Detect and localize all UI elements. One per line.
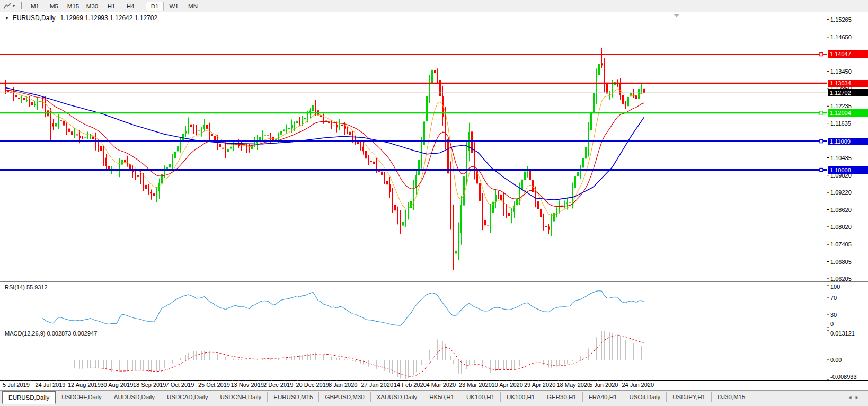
rsi-line [43,291,644,326]
toolbar-grip[interactable] [19,2,22,10]
tab-scroll-arrows: ◂▸ [848,394,863,401]
price-axis-tick: 1.14650 [830,33,867,41]
price-axis-tick: 1.07405 [830,241,867,248]
line-handle[interactable] [820,52,823,56]
date-axis-label: 18 Sep 2019 [133,382,166,388]
rsi-axis-tick: 70 [830,294,867,302]
ma-slow-line [6,88,644,200]
tab-uk100-h1[interactable]: UK100,H1 [460,392,501,402]
date-axis-label: 5 Jul 2019 [3,382,30,388]
pane-divider[interactable] [0,329,868,329]
tab-usdjpy-h1[interactable]: USDJPY,H1 [667,392,712,402]
line-handle[interactable] [820,169,823,172]
date-axis-label: 12 Aug 2019 [68,382,101,388]
tab-usdchf-daily[interactable]: USDCHF,Daily [56,392,108,402]
price-axis-tick: 1.10435 [830,154,867,162]
price-axis-line [827,13,827,380]
candles-group [5,28,645,270]
rsi-label: RSI(14) 55.9312 [5,284,48,290]
pane-divider[interactable] [0,283,868,283]
timeframe-toolbar: ▾ M1M5M15M30H1H4D1W1MN [0,0,868,12]
tab-usoil-daily[interactable]: USOil,Daily [623,392,667,402]
tab-ger30-h1[interactable]: GER30,H1 [541,392,583,402]
toolbar-dropdown-caret-icon[interactable]: ▾ [13,4,15,8]
price-line-tag: 1.10008 [828,166,868,174]
tab-uk100-h1[interactable]: UK100,H1 [501,392,541,402]
date-axis-label: 25 Oct 2019 [198,382,230,388]
rsi-axis-tick: 100 [830,283,867,290]
tab-scroll-left-icon[interactable]: ◂ [848,394,856,400]
tab-eurusd-daily[interactable]: EURUSD,Daily [2,391,56,404]
date-axis-label: 20 Dec 2019 [296,382,329,388]
timeframe-button-m15[interactable]: M15 [64,2,82,11]
price-axis-tick: 1.08020 [830,223,867,231]
tab-usdcnh-daily[interactable]: USDCNH,Daily [214,392,268,402]
chart-symbol-period: EURUSD,Daily [13,14,56,22]
date-axis-label: 7 Oct 2019 [166,382,194,388]
date-axis-label: 10 Apr 2020 [492,382,523,388]
date-axis-label: 4 Mar 2020 [427,382,456,388]
rsi-axis-tick: 30 [830,311,867,319]
time-axis-line [0,380,868,381]
date-axis-label: 30 Aug 2019 [101,382,134,388]
price-axis-tick: 1.08620 [830,206,867,214]
pane-divider[interactable] [0,328,868,328]
line-handle[interactable] [820,111,823,114]
macd-signal-line [91,336,644,376]
tab-gbpusd-m30[interactable]: GBPUSD,M30 [319,392,370,402]
tab-fra40-h1[interactable]: FRA40,H1 [583,392,624,402]
chart-shift-marker-icon[interactable] [674,14,680,17]
macd-axis-tick: -0.008933 [830,373,867,381]
chart-plot-area[interactable] [0,12,868,381]
timeframe-buttons: M1M5M15M30H1H4D1W1MN [25,1,208,11]
price-line-tag: 1.11009 [828,138,868,145]
timeframe-button-w1[interactable]: W1 [165,2,183,11]
timeframe-button-m1[interactable]: M1 [26,2,44,11]
date-axis-label: 8 Jan 2020 [329,382,357,388]
timeframe-button-h4[interactable]: H4 [121,2,139,11]
chart-window: ▼ EURUSD,Daily 1.12969 1.12993 1.12642 1… [0,12,868,390]
date-axis-label: 18 May 2020 [557,382,591,388]
chart-tab-bar: EURUSD,DailyUSDCHF,DailyAUDUSD,DailyUSDC… [0,390,868,406]
date-axis-label: 2 Dec 2019 [263,382,293,388]
price-line-tag: 1.12004 [828,109,868,117]
chart-tabs: EURUSD,DailyUSDCHF,DailyAUDUSD,DailyUSDC… [2,391,751,404]
macd-axis-tick: 0.00 [830,356,867,364]
date-axis-label: 23 Mar 2020 [459,382,492,388]
timeframe-button-h1[interactable]: H1 [102,2,120,11]
line-handle[interactable] [820,140,823,143]
mt4-terminal: ▾ M1M5M15M30H1H4D1W1MN ▼ EURUSD,Daily 1.… [0,0,868,406]
timeframe-button-m5[interactable]: M5 [45,2,63,11]
date-axis-label: 14 Feb 2020 [394,382,427,388]
chart-collapse-icon[interactable]: ▼ [5,16,9,21]
price-line-tag: 1.13034 [828,80,868,87]
tab-scroll-right-icon[interactable]: ▸ [855,394,863,400]
chart-title: ▼ EURUSD,Daily 1.12969 1.12993 1.12642 1… [5,14,157,22]
macd-axis-tick: 0.013121 [830,330,867,337]
rsi-axis-tick: 0 [830,320,867,328]
price-axis-tick: 1.06805 [830,258,867,266]
price-axis-tick: 1.09220 [830,189,867,196]
tab-eurusd-m15[interactable]: EURUSD,M15 [268,392,319,402]
price-axis-tick: 1.06205 [830,275,867,283]
macd-label: MACD(12,26,9) 0.002873 0.002947 [5,330,97,337]
date-axis-label: 24 Jun 2020 [622,382,654,388]
price-axis-tick: 1.11635 [830,120,867,127]
macd-histogram [74,331,644,379]
timeframe-button-m30[interactable]: M30 [83,2,101,11]
date-axis-label: 5 Jun 2020 [589,382,618,388]
tab-dj30-m15[interactable]: DJ30,M15 [712,392,751,402]
price-axis-tick: 1.15265 [830,16,867,23]
pane-divider[interactable] [0,281,868,282]
current-price-tag: 1.12702 [828,89,868,96]
tab-audusd-daily[interactable]: AUDUSD,Daily [108,392,161,402]
timeframe-button-mn[interactable]: MN [184,2,202,11]
price-axis-tick: 1.13450 [830,68,867,75]
tab-hk50-h1[interactable]: HK50,H1 [423,392,460,402]
date-axis-label: 29 Apr 2020 [524,382,555,388]
price-line-tag: 1.14047 [828,50,868,58]
draw-tool-icon[interactable] [3,1,12,11]
timeframe-button-d1[interactable]: D1 [146,2,164,11]
tab-xauusd-daily[interactable]: XAUUSD,Daily [371,392,424,402]
tab-usdcad-daily[interactable]: USDCAD,Daily [161,392,214,402]
